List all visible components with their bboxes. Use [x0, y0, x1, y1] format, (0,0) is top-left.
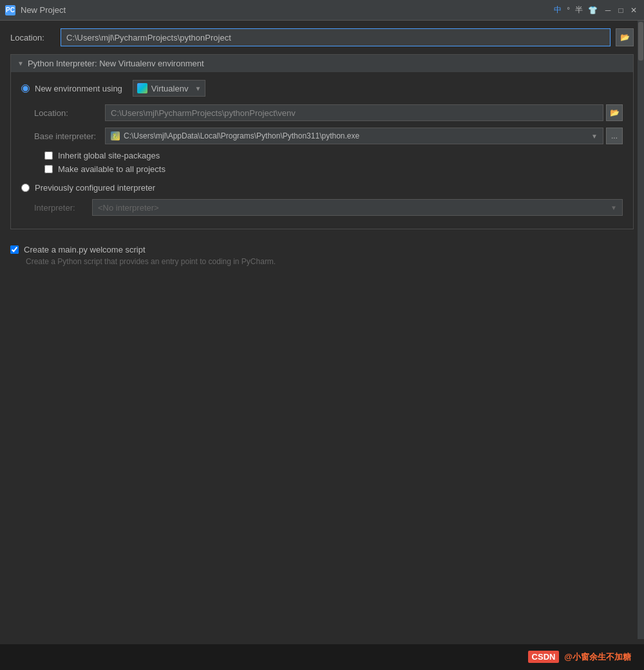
- interpreter-section-panel: ▼ Python Interpreter: New Virtualenv env…: [10, 54, 634, 229]
- window-controls: ─ □ ✕: [603, 5, 639, 15]
- env-type-label: Virtualenv: [151, 84, 189, 93]
- main-content: Location: 📂 ▼ Python Interpreter: New Vi…: [0, 21, 644, 282]
- location-label: Location:: [10, 33, 55, 43]
- prev-config-label: Previously configured interpreter: [35, 183, 155, 193]
- extra-icon-3: 半: [575, 5, 583, 15]
- no-interpreter-placeholder: <No interpreter>: [98, 203, 159, 213]
- csdn-label: CSDN: [528, 651, 560, 663]
- interpreter-label: Interpreter:: [34, 203, 92, 213]
- base-interpreter-more-button[interactable]: ...: [606, 128, 623, 144]
- scrollbar[interactable]: [638, 21, 644, 639]
- app-icon: PC: [5, 5, 15, 15]
- close-button[interactable]: ✕: [629, 5, 639, 15]
- minimize-button[interactable]: ─: [603, 5, 613, 15]
- base-interpreter-label: Base interpreter:: [34, 131, 105, 141]
- python-icon: 🐍: [111, 131, 120, 140]
- interpreter-select-arrow-icon: ▼: [611, 204, 617, 211]
- make-available-checkbox[interactable]: [44, 165, 53, 173]
- interpreter-select[interactable]: <No interpreter> ▼: [92, 199, 623, 216]
- inherit-packages-label: Inherit global site-packages: [58, 151, 160, 160]
- base-interpreter-row: Base interpreter: 🐍 C:\Users\mjl\AppData…: [34, 128, 623, 144]
- folder-icon: 📂: [620, 33, 630, 42]
- create-script-checkbox[interactable]: [10, 245, 19, 254]
- new-environment-label: New environment using: [35, 84, 122, 93]
- env-location-input[interactable]: [105, 104, 603, 121]
- scrollbar-thumb[interactable]: [638, 22, 643, 61]
- make-available-label: Make available to all projects: [58, 164, 166, 174]
- interpreter-row: Interpreter: <No interpreter> ▼: [34, 199, 623, 216]
- env-location-input-group: 📂: [105, 104, 623, 121]
- ellipsis-icon: ...: [611, 131, 618, 140]
- create-script-section: Create a main.py welcome script Create a…: [10, 237, 634, 274]
- new-environment-row: New environment using Virtualenv ▼: [21, 80, 623, 97]
- window-title: New Project: [21, 5, 549, 15]
- base-interpreter-input-group: 🐍 C:\Users\mjl\AppData\Local\Programs\Py…: [105, 128, 623, 144]
- base-interpreter-value: C:\Users\mjl\AppData\Local\Programs\Pyth…: [124, 131, 359, 140]
- env-type-dropdown-arrow-icon: ▼: [194, 85, 201, 92]
- browse-env-location-button[interactable]: 📂: [606, 104, 623, 121]
- bottom-watermark-area: CSDN @小窗余生不加糖: [0, 644, 644, 670]
- env-location-label: Location:: [34, 108, 105, 118]
- prev-config-radio-option[interactable]: Previously configured interpreter: [21, 183, 623, 193]
- inherit-packages-checkbox-row[interactable]: Inherit global site-packages: [44, 151, 623, 160]
- base-interpreter-select[interactable]: 🐍 C:\Users\mjl\AppData\Local\Programs\Py…: [105, 128, 603, 144]
- base-interpreter-arrow-icon: ▼: [591, 133, 598, 140]
- location-input[interactable]: [61, 28, 611, 46]
- env-type-selector[interactable]: Virtualenv ▼: [133, 80, 205, 97]
- inherit-packages-checkbox[interactable]: [44, 151, 53, 160]
- create-script-description: Create a Python script that provides an …: [26, 257, 634, 266]
- section-title: Python Interpreter: New Virtualenv envir…: [28, 59, 204, 68]
- extra-icon-2: °: [567, 6, 570, 15]
- watermark-text: CSDN @小窗余生不加糖: [528, 651, 631, 663]
- watermark-username: @小窗余生不加糖: [564, 652, 631, 662]
- title-bar: PC New Project 中 ° 半 👕 ─ □ ✕: [0, 0, 644, 21]
- location-row: Location: 📂: [10, 28, 634, 46]
- create-script-label: Create a main.py welcome script: [24, 245, 146, 254]
- env-location-row: Location: 📂: [34, 104, 623, 121]
- new-environment-radio[interactable]: [21, 84, 30, 93]
- new-environment-radio-option[interactable]: New environment using: [21, 84, 122, 93]
- prev-config-radio[interactable]: [21, 184, 30, 192]
- browse-location-button[interactable]: 📂: [616, 28, 634, 46]
- folder-small-icon: 📂: [610, 108, 620, 117]
- previously-configured-section: Previously configured interpreter Interp…: [21, 178, 623, 221]
- section-header[interactable]: ▼ Python Interpreter: New Virtualenv env…: [11, 55, 633, 72]
- extra-icon-1: 中: [554, 5, 562, 15]
- make-available-checkbox-row[interactable]: Make available to all projects: [44, 164, 623, 174]
- maximize-button[interactable]: □: [616, 5, 626, 15]
- section-body: New environment using Virtualenv ▼ Locat…: [11, 72, 633, 229]
- create-script-checkbox-row[interactable]: Create a main.py welcome script: [10, 245, 634, 254]
- virtualenv-icon: [137, 83, 147, 93]
- collapse-arrow-icon: ▼: [17, 60, 24, 67]
- extra-icon-4: 👕: [588, 6, 598, 15]
